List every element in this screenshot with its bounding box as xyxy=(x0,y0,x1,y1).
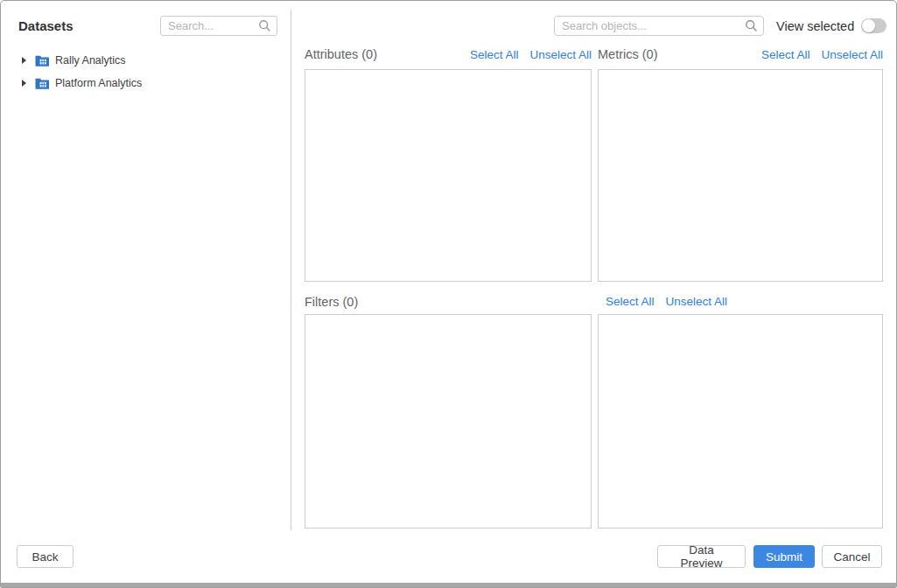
selected-objects-header: Select All Unselect All xyxy=(606,295,891,310)
caret-right-icon[interactable] xyxy=(22,80,26,87)
caret-right-icon[interactable] xyxy=(22,57,26,64)
metrics-header: Metrics (0) Select All Unselect All xyxy=(598,47,883,62)
view-selected-label: View selected xyxy=(776,19,854,33)
selected-objects-list[interactable] xyxy=(598,314,883,528)
datasets-panel-title: Datasets xyxy=(18,18,74,33)
toggle-knob xyxy=(862,19,875,32)
extra-select-all-link[interactable]: Select All xyxy=(606,295,655,308)
back-button[interactable]: Back xyxy=(17,545,74,568)
datasets-search-box[interactable] xyxy=(160,16,277,36)
extra-unselect-all-link[interactable]: Unselect All xyxy=(666,295,728,308)
attributes-list[interactable] xyxy=(305,69,592,282)
panel-divider xyxy=(291,10,291,530)
metrics-list[interactable] xyxy=(598,69,883,282)
attributes-select-all-link[interactable]: Select All xyxy=(470,48,519,61)
dataset-folder-icon xyxy=(35,55,49,66)
filters-title: Filters (0) xyxy=(305,295,358,309)
filters-list[interactable] xyxy=(305,314,592,528)
tree-item-platform-analytics[interactable]: Platform Analytics xyxy=(1,74,281,93)
objects-search-box[interactable] xyxy=(554,16,764,36)
datasets-search-input[interactable] xyxy=(168,19,258,32)
window-bottom-edge xyxy=(1,583,896,587)
submit-button[interactable]: Submit xyxy=(753,545,815,568)
data-preview-button[interactable]: Data Preview xyxy=(657,545,746,568)
view-selected-control: View selected xyxy=(776,18,886,33)
tree-item-rally-analytics[interactable]: Rally Analytics xyxy=(1,51,281,70)
cancel-button[interactable]: Cancel xyxy=(822,545,882,568)
dataset-folder-icon xyxy=(35,78,49,89)
tree-item-label: Platform Analytics xyxy=(55,77,142,89)
filters-header: Filters (0) xyxy=(305,295,592,310)
attributes-title: Attributes (0) xyxy=(305,47,377,61)
attributes-header: Attributes (0) Select All Unselect All xyxy=(305,47,592,62)
metrics-title: Metrics (0) xyxy=(598,47,657,61)
metrics-unselect-all-link[interactable]: Unselect All xyxy=(821,48,883,61)
tree-item-label: Rally Analytics xyxy=(55,54,126,66)
metrics-select-all-link[interactable]: Select All xyxy=(761,48,810,61)
search-icon xyxy=(258,19,271,32)
view-selected-toggle[interactable] xyxy=(861,18,886,33)
search-icon xyxy=(745,19,758,32)
attributes-unselect-all-link[interactable]: Unselect All xyxy=(529,48,592,61)
objects-search-input[interactable] xyxy=(562,19,745,32)
dataset-picker-dialog: Datasets Rally Analytics Platform Analyt… xyxy=(0,0,897,588)
